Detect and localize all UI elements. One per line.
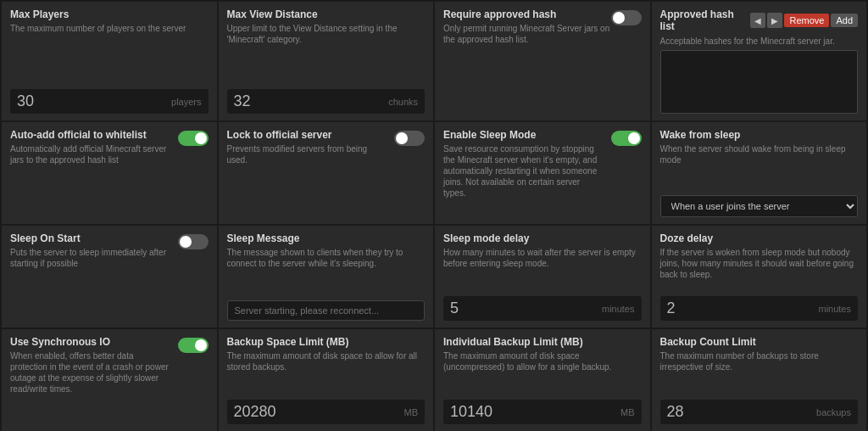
wake-from-sleep-card: Wake from sleep When the server should w… xyxy=(652,122,867,224)
enable-sleep-mode-toggle[interactable] xyxy=(611,131,642,146)
auto-add-whitelist-toggle[interactable] xyxy=(178,131,209,146)
backup-space-limit-card: Backup Space Limit (MB) The maximum amou… xyxy=(219,329,434,431)
backup-count-limit-card: Backup Count Limit The maximum number of… xyxy=(652,329,867,431)
approved-hash-list-title: Approved hash list xyxy=(660,8,751,32)
max-view-distance-unit: chunks xyxy=(388,97,418,107)
wake-from-sleep-title: Wake from sleep xyxy=(660,129,859,141)
individual-backup-limit-input[interactable] xyxy=(450,403,617,421)
individual-backup-limit-card: Individual Backup Limit (MB) The maximum… xyxy=(435,329,650,431)
enable-sleep-mode-title: Enable Sleep Mode xyxy=(443,129,604,141)
doze-delay-unit: minutes xyxy=(818,304,851,314)
sleep-on-start-title: Sleep On Start xyxy=(10,232,171,244)
max-players-unit: players xyxy=(171,97,201,107)
require-approved-hash-toggle[interactable] xyxy=(611,10,642,25)
auto-add-whitelist-title: Auto-add official to whitelist xyxy=(10,129,171,141)
lock-official-server-card: Lock to official server Prevents modifie… xyxy=(219,122,434,224)
sleep-mode-delay-desc: How many minutes to wait after the serve… xyxy=(443,247,642,291)
lock-official-server-toggle[interactable] xyxy=(394,131,425,146)
max-players-card: Max Players The maximum number of player… xyxy=(2,2,217,120)
sleep-message-card: Sleep Message The message shown to clien… xyxy=(219,226,434,327)
sleep-mode-delay-title: Sleep mode delay xyxy=(443,232,642,244)
sleep-on-start-card: Sleep On Start Puts the server to sleep … xyxy=(2,226,217,327)
max-players-input[interactable] xyxy=(17,92,168,110)
approved-hash-list-card: Approved hash list ◀ ▶ Remove Add Accept… xyxy=(652,2,867,120)
doze-delay-desc: If the server is woken from sleep mode b… xyxy=(660,247,859,291)
backup-count-limit-input[interactable] xyxy=(667,403,814,421)
backup-space-limit-input[interactable] xyxy=(234,403,401,421)
hash-next-button[interactable]: ▶ xyxy=(767,13,782,28)
lock-official-server-title: Lock to official server xyxy=(227,129,388,141)
hash-add-button[interactable]: Add xyxy=(831,14,858,27)
max-players-title: Max Players xyxy=(10,8,209,20)
require-approved-hash-desc: Only permit running Minecraft Server jar… xyxy=(443,23,611,45)
require-approved-hash-card: Require approved hash Only permit runnin… xyxy=(435,2,650,120)
wake-from-sleep-desc: When the server should wake from being i… xyxy=(660,143,859,188)
backup-count-limit-desc: The maximum number of backups to store i… xyxy=(660,350,859,395)
individual-backup-limit-title: Individual Backup Limit (MB) xyxy=(443,336,642,348)
sleep-message-title: Sleep Message xyxy=(227,232,426,244)
doze-delay-card: Doze delay If the server is woken from s… xyxy=(652,226,867,327)
enable-sleep-mode-desc: Save resource consumption by stopping th… xyxy=(443,143,604,199)
sleep-mode-delay-card: Sleep mode delay How many minutes to wai… xyxy=(435,226,650,327)
sleep-mode-delay-unit: minutes xyxy=(602,304,635,314)
max-view-distance-card: Max View Distance Upper limit to the Vie… xyxy=(219,2,434,120)
individual-backup-limit-unit: MB xyxy=(620,407,635,417)
sleep-message-desc: The message shown to clients when they t… xyxy=(227,247,426,295)
auto-add-whitelist-card: Auto-add official to whitelist Automatic… xyxy=(2,122,217,224)
sleep-on-start-toggle[interactable] xyxy=(178,234,209,249)
use-sync-io-desc: When enabled, offers better data protect… xyxy=(10,350,171,395)
max-players-desc: The maximum number of players on the ser… xyxy=(10,23,209,84)
backup-count-limit-unit: backups xyxy=(816,407,851,417)
doze-delay-title: Doze delay xyxy=(660,232,859,244)
hash-controls: ◀ ▶ Remove Add xyxy=(750,13,858,28)
wake-from-sleep-select[interactable]: When a user joins the server Never On sc… xyxy=(660,195,859,217)
use-sync-io-card: Use Synchronous IO When enabled, offers … xyxy=(2,329,217,431)
sleep-on-start-desc: Puts the server to sleep immediately aft… xyxy=(10,247,171,269)
max-view-distance-desc: Upper limit to the View Distance setting… xyxy=(227,23,426,84)
sleep-message-input[interactable] xyxy=(227,300,426,321)
hash-remove-button[interactable]: Remove xyxy=(784,14,829,27)
doze-delay-input[interactable] xyxy=(667,299,815,317)
auto-add-whitelist-desc: Automatically add official Minecraft ser… xyxy=(10,143,171,165)
use-sync-io-title: Use Synchronous IO xyxy=(10,336,171,348)
max-view-distance-input[interactable] xyxy=(234,92,386,110)
backup-count-limit-title: Backup Count Limit xyxy=(660,336,859,348)
sleep-mode-delay-input[interactable] xyxy=(450,299,598,317)
max-view-distance-title: Max View Distance xyxy=(227,8,426,20)
backup-space-limit-title: Backup Space Limit (MB) xyxy=(227,336,426,348)
use-sync-io-toggle[interactable] xyxy=(178,338,209,353)
approved-hash-list-desc: Acceptable hashes for the Minecraft serv… xyxy=(660,36,859,47)
backup-space-limit-unit: MB xyxy=(404,407,419,417)
individual-backup-limit-desc: The maximum amount of disk space (uncomp… xyxy=(443,350,642,395)
enable-sleep-mode-card: Enable Sleep Mode Save resource consumpt… xyxy=(435,122,650,224)
lock-official-server-desc: Prevents modified servers from being use… xyxy=(227,143,388,165)
approved-hash-list-textarea[interactable] xyxy=(660,50,859,114)
hash-prev-button[interactable]: ◀ xyxy=(750,13,765,28)
backup-space-limit-desc: The maximum amount of disk space to allo… xyxy=(227,350,426,395)
require-approved-hash-title: Require approved hash xyxy=(443,8,611,20)
